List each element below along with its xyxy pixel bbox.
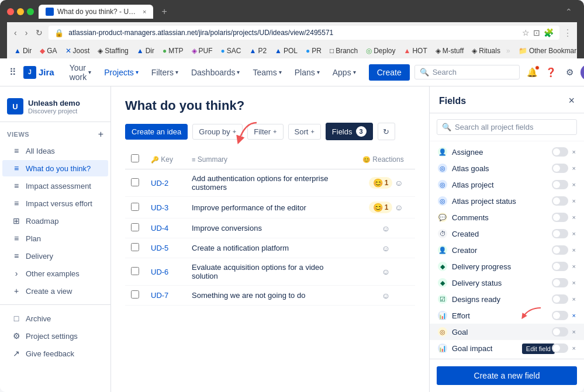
row-key-link[interactable]: UD-7: [151, 291, 168, 300]
add-reaction-button[interactable]: ☺: [382, 267, 390, 276]
row-key-link[interactable]: UD-3: [151, 203, 168, 212]
row-checkbox[interactable]: [131, 223, 139, 231]
bookmark-dir1[interactable]: ▲ Dir: [12, 46, 34, 56]
toggle-remove-delivery-status[interactable]: ×: [572, 279, 576, 286]
close-traffic-light[interactable]: [7, 8, 14, 15]
row-key-link[interactable]: UD-4: [151, 224, 168, 233]
row-key-link[interactable]: UD-5: [151, 244, 168, 252]
row-checkbox[interactable]: [131, 243, 139, 251]
bookmark-star-icon[interactable]: ☆: [522, 28, 530, 37]
tab-close-button[interactable]: ×: [143, 8, 146, 15]
field-row-assignee[interactable]: 👤 Assignee ×: [430, 144, 584, 160]
nav-plans[interactable]: Plans ▾: [289, 64, 326, 81]
toggle-remove-designs-ready[interactable]: ×: [572, 296, 576, 303]
grid-icon[interactable]: ⠿: [7, 64, 19, 80]
add-reaction-button[interactable]: ☺: [382, 244, 390, 253]
bookmark-other[interactable]: 📁 Other Bookmarks: [516, 46, 577, 56]
field-row-created[interactable]: ⏱ Created ×: [430, 226, 584, 242]
sidebar-item-give-feedback[interactable]: ↗ Give feedback: [2, 345, 108, 362]
bookmark-hot[interactable]: ▲ HOT: [402, 46, 430, 56]
bookmark-puf[interactable]: ◈ PUF: [189, 46, 215, 56]
filter-button[interactable]: Filter +: [247, 124, 283, 140]
forward-button[interactable]: ›: [23, 27, 30, 39]
toggle-switch-designs-ready[interactable]: [552, 294, 568, 304]
refresh-button[interactable]: ↻: [378, 123, 395, 140]
add-reaction-button[interactable]: ☺: [382, 291, 390, 300]
field-row-atlas-goals[interactable]: ◎ Atlas goals ×: [430, 160, 584, 176]
toggle-switch-delivery-status[interactable]: [552, 278, 568, 287]
field-row-atlas-project[interactable]: ◎ Atlas project ×: [430, 176, 584, 193]
toggle-remove-goal[interactable]: ×: [572, 328, 576, 335]
bookmark-mstuff[interactable]: ◈ M-stuff: [433, 46, 466, 56]
toggle-remove-creator[interactable]: ×: [572, 247, 576, 254]
toggle-switch-created[interactable]: [552, 229, 568, 238]
help-button[interactable]: ❓: [543, 64, 559, 81]
fields-button[interactable]: Fields 3: [326, 123, 373, 140]
create-idea-button[interactable]: Create an idea: [125, 124, 188, 140]
notifications-button[interactable]: 🔔: [524, 64, 541, 81]
bookmark-mtp[interactable]: ● MTP: [160, 46, 186, 56]
toggle-switch-comments[interactable]: [552, 213, 568, 222]
sidebar-item-what-do-you-think[interactable]: ≡ What do you think?: [2, 160, 108, 176]
field-row-comments[interactable]: 💬 Comments ×: [430, 209, 584, 226]
sidebar-item-impact-vs-effort[interactable]: ≡ Impact versus effort: [2, 195, 108, 211]
bookmark-ga[interactable]: ◆ GA: [37, 46, 59, 56]
row-checkbox[interactable]: [131, 178, 139, 186]
add-view-button[interactable]: +: [98, 129, 103, 140]
maximize-traffic-light[interactable]: [27, 8, 34, 15]
row-key-link[interactable]: UD-2: [151, 179, 168, 188]
sidebar-item-impact-assessment[interactable]: ≡ Impact assessment: [2, 178, 108, 194]
create-new-field-button[interactable]: Create a new field: [437, 366, 577, 385]
settings-button[interactable]: ⚙: [562, 64, 578, 81]
toggle-remove-atlas-project[interactable]: ×: [572, 181, 576, 188]
row-key-link[interactable]: UD-6: [151, 268, 168, 276]
toggle-remove-delivery-progress[interactable]: ×: [572, 263, 576, 270]
bookmark-rituals[interactable]: ◈ Rituals: [469, 46, 503, 56]
add-reaction-button[interactable]: ☺: [395, 203, 403, 212]
bookmark-pr[interactable]: ● PR: [303, 46, 324, 56]
nav-teams[interactable]: Teams ▾: [247, 64, 287, 81]
toggle-switch-atlas-project-status[interactable]: [552, 196, 568, 206]
group-by-button[interactable]: Group by +: [192, 124, 243, 140]
nav-dashboards[interactable]: Dashboards ▾: [185, 64, 246, 81]
toggle-remove-atlas-goals[interactable]: ×: [572, 165, 576, 172]
field-row-impact-score[interactable]: ƒx Impact score ×: [430, 356, 584, 359]
minimize-traffic-light[interactable]: [17, 8, 24, 15]
row-checkbox[interactable]: [131, 267, 139, 275]
sidebar-item-create-view[interactable]: + Create a view: [2, 283, 108, 299]
bookmark-branch[interactable]: □ Branch: [327, 46, 360, 56]
nav-projects[interactable]: Projects ▾: [98, 64, 144, 81]
sidebar-item-other-examples[interactable]: › Other examples: [2, 265, 108, 282]
bookmark-joost[interactable]: ✕ Joost: [63, 46, 92, 56]
jira-logo[interactable]: J Jira: [23, 66, 54, 79]
nav-your-work[interactable]: Your work ▾: [64, 60, 98, 85]
toggle-switch-delivery-progress[interactable]: [552, 262, 568, 271]
back-button[interactable]: ‹: [12, 27, 19, 39]
toggle-switch-effort[interactable]: [552, 311, 568, 320]
row-checkbox[interactable]: [131, 203, 139, 211]
fields-panel-close-button[interactable]: ×: [568, 95, 575, 107]
field-row-atlas-project-status[interactable]: ◎ Atlas project status ×: [430, 193, 584, 209]
fields-search-box[interactable]: 🔍 Search all project fields: [437, 119, 577, 135]
sidebar-item-archive[interactable]: □ Archive: [2, 310, 108, 327]
toggle-switch-atlas-goals[interactable]: [552, 164, 568, 173]
sort-button[interactable]: Sort +: [288, 124, 321, 140]
field-row-designs-ready[interactable]: ☑ Designs ready ×: [430, 291, 584, 307]
sidebar-item-roadmap[interactable]: ⊞ Roadmap: [2, 213, 108, 229]
field-row-creator[interactable]: 👤 Creator ×: [430, 242, 584, 258]
toggle-remove-created[interactable]: ×: [572, 230, 576, 237]
refresh-button[interactable]: ↻: [33, 27, 45, 39]
field-row-delivery-progress[interactable]: ◆ Delivery progress ×: [430, 258, 584, 275]
toggle-remove-effort[interactable]: ×: [572, 312, 576, 319]
toggle-remove-assignee[interactable]: ×: [572, 148, 576, 155]
nav-apps[interactable]: Apps ▾: [327, 64, 362, 81]
bookmark-p2[interactable]: ▲ P2: [247, 46, 269, 56]
toggle-remove-comments[interactable]: ×: [572, 214, 576, 221]
address-bar[interactable]: 🔒 atlassian-product-managers.atlassian.n…: [49, 26, 559, 40]
bookmark-deploy[interactable]: ◎ Deploy: [364, 46, 398, 56]
sidebar-item-all-ideas[interactable]: ≡ All Ideas: [2, 143, 108, 159]
row-checkbox[interactable]: [131, 290, 139, 299]
toggle-remove-goal-impact[interactable]: ×: [572, 345, 576, 352]
toggle-switch-atlas-project[interactable]: [552, 180, 568, 189]
field-row-delivery-status[interactable]: ◆ Delivery status ×: [430, 275, 584, 291]
